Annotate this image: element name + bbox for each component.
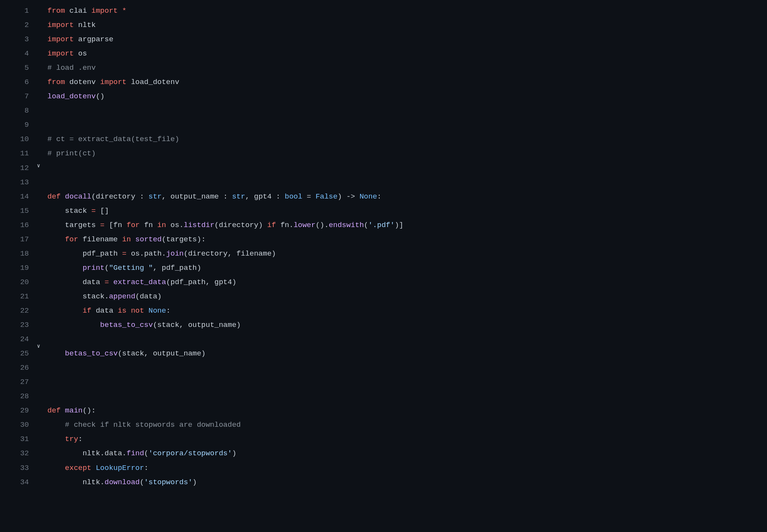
token-ident (109, 278, 113, 286)
code-line[interactable]: betas_to_csv(stack, output_name) (47, 347, 767, 361)
fold-spacer (33, 244, 44, 256)
token-punct: . (289, 221, 293, 229)
code-line[interactable]: nltk.download('stopwords') (47, 475, 767, 490)
fold-spacer (33, 389, 44, 401)
fold-spacer (33, 64, 44, 76)
token-comment: # check if nltk stopwords are downloaded (65, 421, 241, 429)
code-line[interactable]: stack.append(data) (47, 290, 767, 304)
token-ident (47, 349, 65, 358)
fold-spacer (33, 184, 44, 196)
token-call: sorted (135, 235, 161, 244)
line-number: 25 (0, 347, 29, 361)
token-punct: : (272, 192, 285, 201)
token-punct: ) (197, 264, 201, 272)
token-call: lower (294, 221, 316, 229)
code-line[interactable]: stack = [] (47, 204, 767, 218)
token-ident (47, 435, 65, 443)
token-punct: ( (104, 264, 109, 272)
fold-column[interactable]: ∨ ∨ (33, 4, 44, 532)
code-content[interactable]: from clai import *import nltkimport argp… (44, 4, 767, 532)
code-line[interactable] (47, 361, 767, 375)
line-number: 16 (0, 218, 29, 232)
code-line[interactable]: from clai import * (47, 4, 767, 18)
code-line[interactable] (47, 389, 767, 404)
line-number: 9 (0, 118, 29, 132)
token-ident (131, 235, 135, 244)
code-line[interactable]: pdf_path = os.path.join(directory, filen… (47, 247, 767, 261)
token-ident: filename (78, 235, 122, 244)
token-punct: ( (91, 192, 96, 201)
code-line[interactable]: # print(ct) (47, 146, 767, 161)
token-punct: : (78, 435, 82, 443)
fold-chevron-icon[interactable]: ∨ (33, 160, 44, 172)
code-line[interactable]: load_dotenv() (47, 89, 767, 104)
code-line[interactable] (47, 175, 767, 190)
token-punct: . (161, 249, 166, 258)
token-punct: ( (364, 221, 368, 229)
code-line[interactable]: print("Getting ", pdf_path) (47, 261, 767, 275)
code-line[interactable] (47, 375, 767, 389)
token-call: download (104, 478, 140, 487)
token-kw-import: import (100, 78, 126, 86)
code-line[interactable] (47, 332, 767, 347)
fold-spacer (33, 377, 44, 389)
line-number: 26 (0, 361, 29, 375)
code-line[interactable]: # check if nltk stopwords are downloaded (47, 418, 767, 432)
code-line[interactable]: import os (47, 47, 767, 61)
token-ident (47, 464, 65, 472)
code-line[interactable] (47, 161, 767, 175)
code-line[interactable]: betas_to_csv(stack, output_name) (47, 318, 767, 332)
token-comment: # ct = extract_data(test_file) (47, 135, 179, 143)
token-ident: targets (47, 221, 100, 229)
fold-spacer (33, 293, 44, 305)
line-number: 15 (0, 204, 29, 218)
token-ident: os (74, 49, 87, 58)
token-call: betas_to_csv (100, 321, 153, 329)
code-line[interactable]: # load .env (47, 61, 767, 75)
code-editor[interactable]: 1234567891011121314151617181920212223242… (0, 4, 767, 532)
code-line[interactable]: # ct = extract_data(test_file) (47, 132, 767, 146)
token-kw-flow: if (267, 221, 276, 229)
code-line[interactable]: nltk.data.find('corpora/stopwords') (47, 446, 767, 461)
line-number: 13 (0, 175, 29, 190)
token-call: endswith (329, 221, 364, 229)
code-line[interactable]: try: (47, 432, 767, 446)
token-punct: ( (118, 349, 122, 358)
code-line[interactable]: def docall(directory : str, output_name … (47, 190, 767, 204)
code-line[interactable]: data = extract_data(pdf_path, gpt4) (47, 275, 767, 290)
token-kw-import: from (47, 78, 65, 86)
token-punct: . (100, 449, 104, 458)
line-number-gutter: 1234567891011121314151617181920212223242… (0, 4, 33, 532)
code-line[interactable]: except LookupError: (47, 461, 767, 475)
fold-spacer (33, 4, 44, 16)
fold-chevron-icon[interactable]: ∨ (33, 340, 44, 352)
token-kw-flow: not (131, 306, 144, 315)
code-line[interactable]: for filename in sorted(targets): (47, 232, 767, 247)
code-line[interactable]: import nltk (47, 18, 767, 32)
code-line[interactable] (47, 104, 767, 118)
code-line[interactable]: if data is not None: (47, 304, 767, 318)
code-line[interactable] (47, 118, 767, 132)
code-line[interactable]: targets = [fn for fn in os.listdir(direc… (47, 218, 767, 232)
line-number: 6 (0, 75, 29, 89)
token-op: = (122, 249, 126, 258)
token-param: output_name (170, 192, 219, 201)
token-punct: ) (258, 221, 267, 229)
token-punct: [] (96, 207, 109, 215)
code-line[interactable]: from dotenv import load_dotenv (47, 75, 767, 89)
token-punct: (): (82, 406, 96, 415)
token-ident (144, 306, 148, 315)
token-const: None (360, 192, 377, 201)
token-punct: : (135, 192, 148, 201)
line-number: 33 (0, 461, 29, 475)
code-line[interactable]: def main(): (47, 404, 767, 418)
code-line[interactable]: import argparse (47, 32, 767, 47)
token-ident: data (140, 292, 157, 301)
token-ident: stack (157, 321, 179, 329)
token-punct: . (100, 478, 104, 487)
token-punct: ( (184, 249, 188, 258)
token-ident (126, 306, 131, 315)
token-ident (91, 464, 96, 472)
token-ident: fn (140, 221, 157, 229)
token-punct: : (377, 192, 381, 201)
